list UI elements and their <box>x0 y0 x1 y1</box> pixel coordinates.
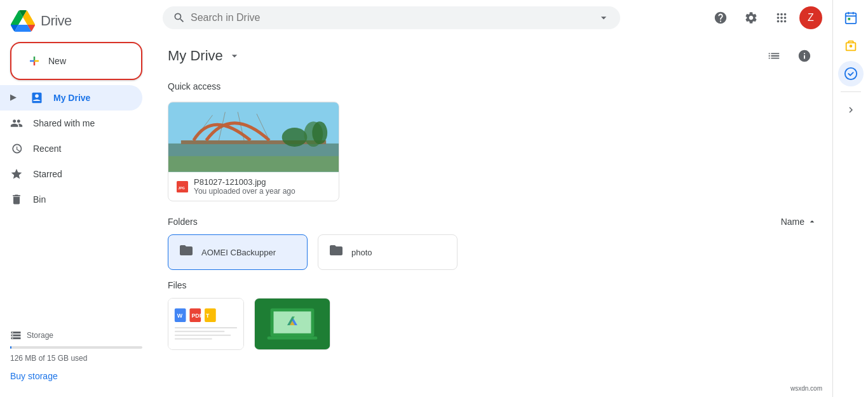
plus-icon <box>27 53 42 69</box>
storage-bar-fill <box>10 346 11 349</box>
svg-text:JPG: JPG <box>178 185 185 189</box>
expand-arrow-icon: ▶ <box>10 93 20 103</box>
files-grid: W PDF T <box>168 298 817 350</box>
svg-text:T: T <box>206 313 210 319</box>
sidebar-item-recent[interactable]: Recent <box>0 136 142 161</box>
new-button-label: New <box>48 56 66 66</box>
drive-toolbar: My Drive <box>153 36 832 76</box>
app-title: Drive <box>41 13 72 29</box>
tasks-icon <box>844 67 858 81</box>
storage-bar-background <box>10 346 142 349</box>
file-preview-1 <box>255 299 330 349</box>
settings-button[interactable] <box>738 5 764 30</box>
sidebar: Drive New ▶ My Drive Shared with me <box>0 0 153 397</box>
storage-label: Storage <box>10 330 142 341</box>
google-calendar-button[interactable] <box>838 5 864 30</box>
page-title: My Drive <box>168 48 241 64</box>
calendar-icon <box>844 11 858 25</box>
google-tasks-button[interactable] <box>838 61 864 86</box>
top-bar: Z <box>153 0 832 36</box>
file-preview-0: W PDF T <box>168 299 243 349</box>
svg-text:W: W <box>177 313 183 319</box>
svg-rect-29 <box>175 335 231 336</box>
watermark: wsxdn.com <box>785 382 827 394</box>
folder-name-aomei: AOMEI CBackupper <box>201 248 276 257</box>
drive-content-area: My Drive Quick access <box>153 36 832 397</box>
sort-arrow-icon <box>807 217 817 227</box>
folder-card-aomei[interactable]: AOMEI CBackupper <box>168 234 308 270</box>
google-keep-button[interactable] <box>838 33 864 58</box>
my-drive-label: My Drive <box>53 93 90 103</box>
my-drive-icon <box>31 91 43 104</box>
toolbar-right <box>761 43 817 69</box>
search-bar[interactable] <box>163 6 620 29</box>
jpg-file-icon: JPG <box>176 180 189 193</box>
my-drive-dropdown-icon[interactable] <box>228 50 241 62</box>
help-button[interactable] <box>708 5 733 30</box>
shared-icon <box>10 117 23 130</box>
file-card-0[interactable]: W PDF T <box>168 298 244 350</box>
user-avatar[interactable]: Z <box>799 6 822 29</box>
folder-card-photo[interactable]: photo <box>318 234 458 270</box>
new-button[interactable]: New <box>10 42 142 80</box>
sidebar-item-shared[interactable]: Shared with me <box>0 111 142 136</box>
svg-rect-38 <box>845 13 856 24</box>
right-panel-divider <box>841 91 861 92</box>
svg-rect-39 <box>845 15 856 17</box>
sort-label: Name <box>781 217 804 227</box>
svg-point-17 <box>312 121 327 144</box>
folders-header: Folders Name <box>168 217 817 227</box>
folder-icon-photo <box>329 243 344 262</box>
sidebar-item-my-drive[interactable]: ▶ My Drive <box>0 85 142 111</box>
svg-rect-20 <box>168 299 243 349</box>
file-thumb-0: W PDF T <box>168 299 243 349</box>
search-icon <box>173 11 186 24</box>
bin-label: Bin <box>33 194 46 205</box>
svg-rect-30 <box>175 339 212 340</box>
sidebar-item-starred[interactable]: Starred <box>0 161 142 187</box>
right-panel-expand-button[interactable] <box>838 97 864 123</box>
svg-rect-42 <box>848 18 850 20</box>
search-input[interactable] <box>191 12 592 24</box>
svg-rect-28 <box>175 331 225 332</box>
svg-rect-37 <box>268 337 318 340</box>
expand-panel-icon <box>845 104 857 116</box>
right-panel <box>832 0 868 397</box>
buy-storage-button[interactable]: Buy storage <box>10 371 58 381</box>
shared-label: Shared with me <box>33 118 95 128</box>
file-card-1[interactable] <box>254 298 330 350</box>
info-button[interactable] <box>792 43 817 69</box>
recent-icon <box>10 142 23 155</box>
keep-icon <box>844 39 858 53</box>
storage-used-text: 126 MB of 15 GB used <box>10 354 142 363</box>
quick-access-filename: P81027-121003.jpg <box>194 177 331 187</box>
top-bar-right: Z <box>708 5 822 30</box>
search-dropdown-icon[interactable] <box>597 11 610 24</box>
files-title: Files <box>168 280 817 290</box>
list-view-button[interactable] <box>761 43 787 69</box>
sidebar-item-bin[interactable]: Bin <box>0 187 142 212</box>
file-thumbnail <box>168 102 339 172</box>
files-section: Files W PDF T <box>153 275 832 355</box>
starred-icon <box>10 168 23 180</box>
quick-access-title: Quick access <box>153 76 832 97</box>
bridge-image <box>168 102 339 172</box>
quick-access-info: JPG P81027-121003.jpg You uploaded over … <box>168 172 339 201</box>
svg-point-15 <box>282 128 308 147</box>
storage-icon <box>10 330 22 341</box>
quick-access-grid: JPG P81027-121003.jpg You uploaded over … <box>153 97 832 212</box>
svg-rect-27 <box>175 327 237 328</box>
folders-title: Folders <box>168 217 198 227</box>
bin-icon <box>10 193 23 206</box>
app-header: Drive <box>0 5 153 42</box>
file-thumb-1 <box>255 299 330 349</box>
quick-access-card[interactable]: JPG P81027-121003.jpg You uploaded over … <box>168 102 339 201</box>
quick-access-section: Quick access <box>153 76 832 212</box>
apps-button[interactable] <box>769 5 794 30</box>
sort-control[interactable]: Name <box>781 217 817 227</box>
starred-label: Starred <box>33 169 62 179</box>
folders-section: Folders Name AOMEI CBackupper <box>153 212 832 275</box>
recent-label: Recent <box>33 144 61 154</box>
svg-point-43 <box>844 68 856 79</box>
storage-section: Storage 126 MB of 15 GB used Buy storage <box>0 320 153 392</box>
